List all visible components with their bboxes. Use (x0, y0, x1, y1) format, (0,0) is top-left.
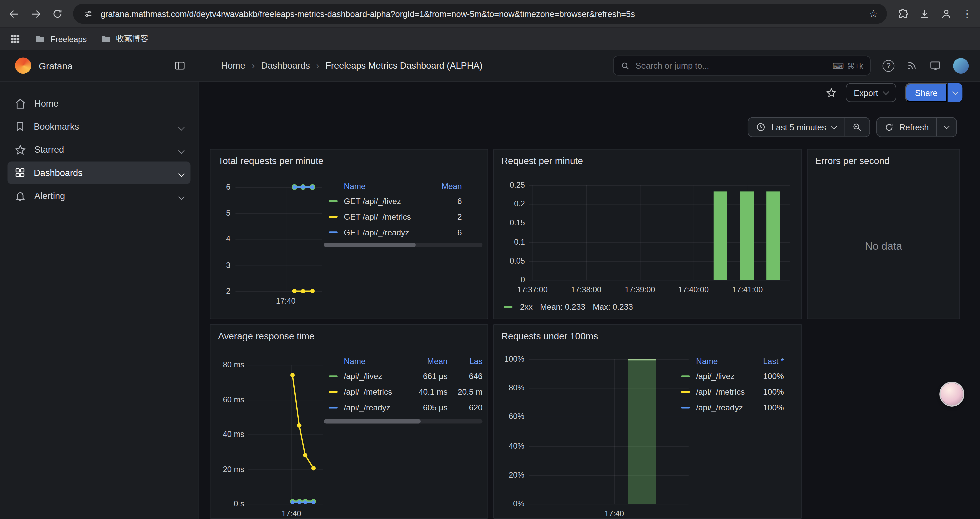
y-axis-label: 0.1 (514, 238, 525, 246)
menu-kebab-icon[interactable]: ⋮ (962, 8, 973, 19)
series-value: 646 (448, 372, 483, 381)
y-axis: 100%80%60%40%20%0% (501, 359, 524, 504)
legend-row[interactable]: /api/_/livez661 µs646 (324, 369, 483, 385)
refresh-interval-button[interactable] (936, 118, 956, 136)
scrollbar-thumb[interactable] (324, 419, 421, 423)
legend-header: NameLast * (676, 354, 784, 369)
address-bar[interactable]: grafana.mathmast.com/d/deytv4rwavabkb/fr… (73, 4, 887, 24)
chevron-down-icon[interactable] (180, 145, 184, 155)
legend-column-header[interactable]: Name (696, 356, 751, 366)
gridline (529, 280, 790, 281)
breadcrumb-dashboards[interactable]: Dashboards (261, 61, 310, 71)
panel-title[interactable]: Errors per second (808, 150, 897, 166)
share-button[interactable]: Share (905, 83, 947, 102)
chevron-down-icon[interactable] (180, 191, 184, 201)
star-icon (14, 144, 26, 156)
gridline (640, 185, 641, 280)
rss-icon[interactable] (906, 60, 918, 72)
bookmark-folder-blog[interactable]: 收藏博客 (100, 33, 148, 45)
legend-column-header[interactable]: Mean (426, 181, 462, 190)
y-axis-label: 20% (509, 471, 524, 479)
gridline (529, 446, 689, 447)
bar (713, 192, 727, 280)
panel-title[interactable]: Request per minute (494, 150, 590, 166)
extensions-icon[interactable] (896, 7, 908, 20)
line-chart: 65432 17:40 (217, 182, 322, 319)
legend-row[interactable]: /api/_/readyz100% (676, 400, 784, 415)
back-icon[interactable] (7, 7, 20, 20)
legend-row[interactable]: GET /api/_/livez6 (324, 193, 462, 209)
sidebar-nav: Home Bookmarks Starred Dashboards Alerti… (0, 82, 199, 519)
apps-grid-icon[interactable] (9, 32, 21, 45)
sidebar-item-bookmarks[interactable]: Bookmarks (7, 115, 191, 137)
legend-row[interactable]: GET /api/_/metrics2 (324, 209, 462, 225)
refresh-button[interactable]: Refresh (877, 118, 936, 136)
legend-row[interactable]: /api/_/readyz605 µs620 (324, 400, 483, 415)
download-icon[interactable] (918, 7, 930, 20)
legend-row[interactable]: /api/_/metrics100% (676, 384, 784, 400)
legend-column-header[interactable]: Name (344, 356, 411, 366)
legend-row[interactable]: /api/_/metrics40.1 ms20.5 m (324, 384, 483, 400)
legend-column-header[interactable]: Name (344, 181, 426, 190)
help-icon[interactable]: ? (883, 60, 895, 72)
site-settings-icon[interactable] (82, 7, 94, 20)
folder-icon (35, 34, 46, 44)
sidebar-toggle-icon[interactable] (174, 59, 186, 72)
profile-icon[interactable] (940, 7, 952, 20)
bar-chart: 0.250.20.150.10.050 17:37:0017:38:0017:3… (501, 182, 795, 319)
panel-title[interactable]: Total requests per minute (210, 150, 331, 166)
panel-average-response-time: Average response time 80 ms60 ms40 ms20 … (210, 324, 488, 519)
zoom-out-button[interactable] (843, 118, 869, 136)
legend-column-header[interactable]: Mean (411, 356, 448, 366)
monitor-icon[interactable] (929, 60, 941, 72)
search-input[interactable] (636, 61, 827, 70)
series-value: 40.1 ms (411, 387, 448, 397)
legend-scrollbar[interactable] (324, 419, 483, 423)
y-axis-label: 0.25 (510, 181, 525, 189)
plot-area: 17:37:0017:38:0017:39:0017:40:0017:41:00 (529, 185, 790, 280)
panel-title[interactable]: Average response time (210, 325, 321, 341)
legend-scrollbar[interactable] (324, 243, 483, 247)
panel-errors-per-second: Errors per second No data (807, 149, 960, 319)
gridline (248, 504, 323, 504)
browser-window: grafana.mathmast.com/d/deytv4rwavabkb/fr… (0, 0, 980, 519)
legend-column-header[interactable]: Last * (751, 356, 784, 366)
sidebar-item-dashboards[interactable]: Dashboards (7, 161, 191, 184)
search-box[interactable]: ⌨ ⌘+k (613, 56, 870, 76)
y-axis-label: 6 (226, 183, 231, 192)
scrollbar-thumb[interactable] (324, 243, 416, 247)
sidebar-item-starred[interactable]: Starred (7, 138, 191, 161)
x-axis-label: 17:40 (605, 509, 624, 518)
url-text[interactable]: grafana.mathmast.com/d/deytv4rwavabkb/fr… (101, 9, 862, 18)
sidebar-item-alerting[interactable]: Alerting (7, 185, 191, 207)
feedback-avatar[interactable] (941, 383, 963, 406)
user-avatar[interactable] (953, 58, 969, 73)
export-button[interactable]: Export (846, 83, 896, 102)
time-range-button[interactable]: Last 5 minutes (748, 118, 843, 136)
panel-request-per-minute: Request per minute 0.250.20.150.10.050 1… (493, 149, 802, 319)
browser-toolbar: grafana.mathmast.com/d/deytv4rwavabkb/fr… (0, 0, 980, 27)
search-shortcut: ⌨ ⌘+k (832, 61, 863, 70)
legend-column-header[interactable]: Las (448, 356, 483, 366)
legend-row[interactable]: /api/_/livez100% (676, 369, 784, 385)
bookmark-folder-freeleaps[interactable]: Freeleaps (35, 34, 87, 44)
grafana-logo[interactable] (15, 57, 31, 74)
legend-row[interactable]: GET /api/_/readyz6 (324, 225, 462, 241)
keyboard-icon: ⌨ (832, 61, 844, 70)
forward-icon[interactable] (29, 7, 42, 20)
favorite-star-icon[interactable] (826, 87, 837, 98)
series-color-dash (504, 306, 512, 308)
panel-grid: Total requests per minute 65432 17:40 Na… (210, 149, 980, 519)
chevron-down-icon[interactable] (180, 121, 184, 131)
bookmark-star-icon[interactable]: ☆ (869, 8, 878, 19)
x-axis-label: 17:37:00 (517, 285, 548, 294)
sidebar-item-home[interactable]: Home (7, 92, 191, 114)
share-options-button[interactable] (948, 83, 963, 102)
reload-icon[interactable] (51, 7, 64, 20)
series-value: 100% (751, 387, 784, 397)
legend-inline[interactable]: 2xx Mean: 0.233 Max: 0.233 (504, 302, 633, 311)
breadcrumb-home[interactable]: Home (221, 61, 245, 71)
chevron-down-icon[interactable] (180, 168, 184, 178)
panel-title[interactable]: Requests under 100ms (494, 325, 606, 341)
y-axis-label: 40% (509, 442, 524, 450)
